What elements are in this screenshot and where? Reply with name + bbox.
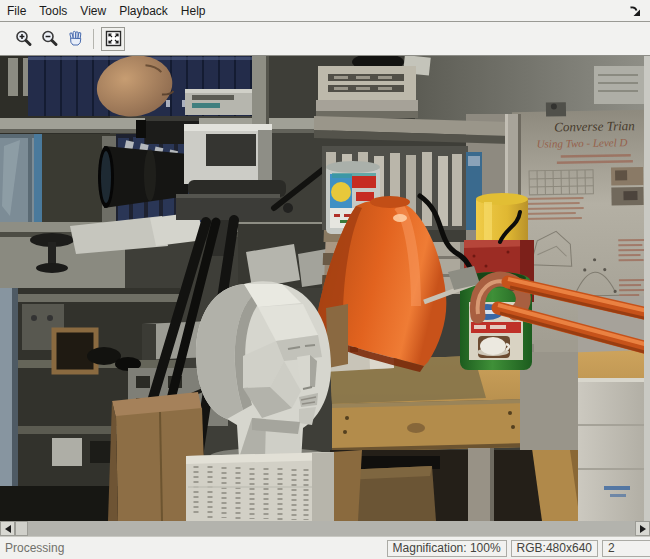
menu-bar: File Tools View Playback Help: [0, 0, 650, 22]
magnifier-plus-icon: [14, 29, 33, 48]
status-bar: Processing Magnification: 100% RGB:480x6…: [0, 536, 650, 559]
wrapped-box: [186, 452, 334, 521]
scrollbar-thumb[interactable]: [15, 521, 28, 536]
image-canvas[interactable]: Converse Trian Using Two - Level D: [0, 56, 650, 521]
zoom-out-button[interactable]: [36, 26, 62, 52]
menu-help[interactable]: Help: [181, 4, 206, 18]
scroll-left-button[interactable]: [0, 521, 15, 536]
status-message: Processing: [0, 541, 383, 555]
toolbar: [0, 22, 650, 56]
magnification-cell: Magnification: 100%: [387, 540, 507, 557]
poster-subtitle: Using Two - Level D: [536, 136, 627, 150]
movie-player-window: File Tools View Playback Help: [0, 0, 650, 559]
video-frame: Converse Trian Using Two - Level D: [0, 56, 644, 521]
fit-to-window-icon: [105, 30, 122, 47]
plaster-bust: [186, 281, 334, 521]
dock-arrow-icon[interactable]: [628, 4, 642, 18]
scroll-right-button[interactable]: [635, 521, 650, 536]
frame-number-cell: 2: [602, 540, 650, 557]
menu-file[interactable]: File: [7, 4, 26, 18]
menu-view[interactable]: View: [80, 4, 106, 18]
poster-title: Converse Trian: [554, 118, 635, 134]
dimensions-cell: RGB:480x640: [511, 540, 598, 557]
left-triangle-icon: [5, 525, 11, 533]
pan-button[interactable]: [62, 26, 88, 52]
menu-playback[interactable]: Playback: [119, 4, 168, 18]
white-box-right: [578, 378, 644, 521]
zoom-in-button[interactable]: [10, 26, 36, 52]
hand-icon: [66, 29, 85, 48]
menu-tools[interactable]: Tools: [39, 4, 67, 18]
maintain-fit-to-window-button[interactable]: [101, 27, 125, 51]
toolbar-separator: [93, 29, 94, 49]
horizontal-scrollbar[interactable]: [0, 521, 650, 536]
right-triangle-icon: [640, 525, 646, 533]
magnifier-minus-icon: [40, 29, 59, 48]
